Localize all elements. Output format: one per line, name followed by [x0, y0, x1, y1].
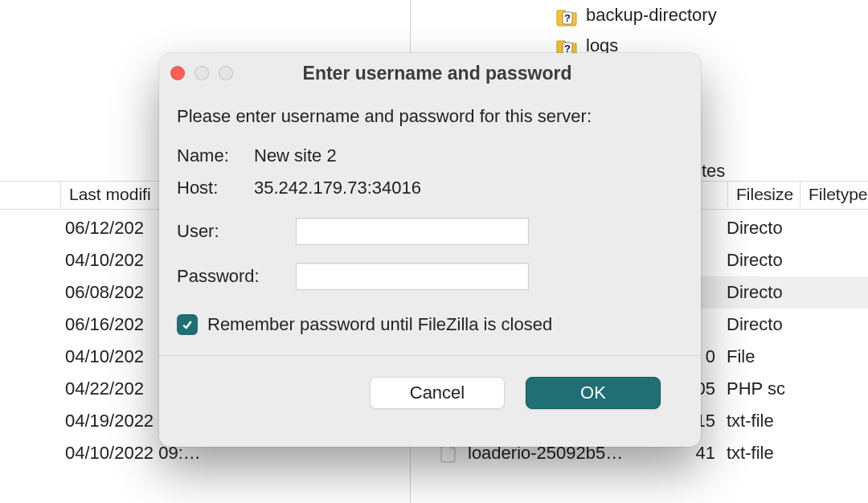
name-value: New site 2 [254, 145, 337, 166]
dialog-prompt: Please enter username and password for t… [177, 106, 683, 127]
password-input[interactable] [296, 263, 529, 290]
cancel-button[interactable]: Cancel [370, 377, 505, 409]
remote-tree-label: backup-directory [586, 5, 717, 26]
cell-filetype: Directo [720, 213, 809, 243]
cell-filetype: File [720, 341, 809, 371]
column-filesize[interactable]: Filesize [727, 182, 800, 207]
host-row: Host: 35.242.179.73:34016 [177, 172, 683, 204]
remote-tree: ?backup-directory?logs [430, 0, 848, 61]
host-value: 35.242.179.73:34016 [254, 178, 421, 198]
name-label: Name: [177, 145, 243, 166]
ok-button[interactable]: OK [526, 377, 661, 409]
login-dialog: Enter username and password Please enter… [159, 53, 701, 447]
user-label: User: [177, 221, 285, 242]
dialog-title: Enter username and password [185, 63, 690, 84]
cell-filetype: Directo [720, 309, 809, 339]
cell-filetype: Directo [720, 277, 809, 307]
remember-label: Remember password until FileZilla is clo… [207, 314, 552, 335]
cell-filetype: txt-file [720, 438, 809, 468]
host-label: Host: [177, 178, 243, 198]
password-label: Password: [177, 266, 285, 287]
titlebar: Enter username and password [159, 53, 701, 93]
remote-tree-item[interactable]: ?backup-directory [555, 0, 848, 31]
user-input[interactable] [296, 218, 529, 245]
cell-filetype: PHP sc [720, 374, 809, 403]
site-name-row: Name: New site 2 [177, 140, 683, 172]
cell-filetype: txt-file [720, 406, 809, 436]
cell-filetype: Directo [720, 245, 809, 275]
remember-checkbox[interactable] [177, 314, 198, 335]
folder-unknown-icon: ? [555, 2, 578, 29]
svg-text:?: ? [564, 12, 571, 24]
close-icon[interactable] [170, 66, 185, 80]
column-filetype[interactable]: Filetype [800, 182, 868, 207]
